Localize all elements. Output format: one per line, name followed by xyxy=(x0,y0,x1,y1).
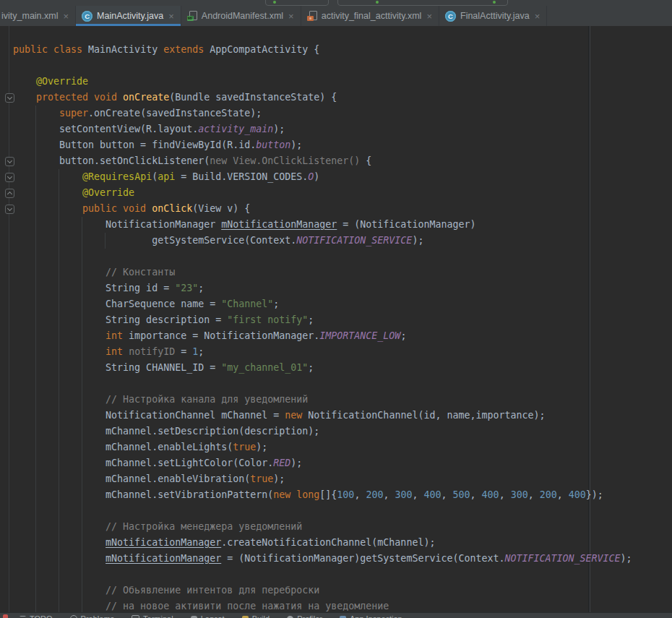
code-line[interactable]: mChannel.enableLights(true); xyxy=(0,439,672,455)
build-icon xyxy=(242,616,249,618)
code-line[interactable]: @RequiresApi(api = Build.VERSION_CODES.O… xyxy=(0,169,672,185)
code-line[interactable]: String description = "first notify"; xyxy=(0,312,672,328)
problems-icon xyxy=(70,615,77,618)
code-line[interactable]: // Настройка менеджера уведомлений xyxy=(0,519,672,535)
run-status-dot-icon xyxy=(376,1,379,4)
code-line[interactable]: public class MainActivity extends AppCom… xyxy=(0,42,672,58)
code-line[interactable]: super.onCreate(savedInstanceState); xyxy=(0,106,672,121)
tab-label: activity_final_acttivity.xml xyxy=(322,11,422,21)
tool-window-label: Profiler xyxy=(297,614,322,618)
code-line[interactable]: mNotificationManager.createNotificationC… xyxy=(0,535,672,551)
code-line[interactable]: mChannel.setDescription(description); xyxy=(0,424,672,439)
code-line[interactable]: // на новое активити после нажатия на ув… xyxy=(0,598,672,612)
code-line[interactable]: String id = "23"; xyxy=(0,280,672,296)
code-line[interactable]: mChannel.setVibrationPattern(new long[]{… xyxy=(0,487,672,503)
close-tab-icon[interactable]: × xyxy=(535,12,540,21)
code-line[interactable]: // Настройка канала для уведомлений xyxy=(0,392,672,408)
code-line[interactable] xyxy=(0,503,672,519)
tool-window-label: Build xyxy=(252,614,270,618)
tool-window-items: TODOProblemsTerminalLogcatBuildProfilerA… xyxy=(0,613,672,618)
tool-window-label: Logcat xyxy=(201,614,225,618)
android-manifest-icon: MF xyxy=(187,11,197,21)
code-line[interactable]: CharSequence name = "Channel"; xyxy=(0,296,672,312)
tool-window-label: App Inspection xyxy=(350,614,402,618)
code-line[interactable]: // Обьявление интентов для переброски xyxy=(0,583,672,598)
java-class-icon: C xyxy=(82,11,92,22)
code-area[interactable]: public class MainActivity extends AppCom… xyxy=(0,26,672,612)
code-line[interactable]: mChannel.enableVibration(true); xyxy=(0,471,672,487)
tab-label: FinalActtivity.java xyxy=(460,11,530,21)
java-class-icon: C xyxy=(445,11,456,22)
layout-xml-icon: ≡ xyxy=(307,11,317,21)
code-line[interactable]: getSystemService(Context.NOTIFICATION_SE… xyxy=(0,233,672,249)
logcat-icon xyxy=(191,616,197,618)
code-line[interactable] xyxy=(0,249,672,265)
close-tab-icon[interactable]: × xyxy=(426,12,432,21)
tab-label: AndroidManifest.xml xyxy=(202,11,283,21)
android-studio-window: ivity_main.xml×CMainActivity.java×MFAndr… xyxy=(0,0,672,618)
toolbar-widget[interactable] xyxy=(265,0,329,6)
code-line[interactable]: // Константы xyxy=(0,265,672,280)
code-line[interactable]: @Override xyxy=(0,74,672,90)
code-line[interactable]: protected void onCreate(Bundle savedInst… xyxy=(0,90,672,106)
editor-tab-bar: ivity_main.xml×CMainActivity.java×MFAndr… xyxy=(0,6,672,26)
code-line[interactable] xyxy=(0,567,672,583)
tab-label: ivity_main.xml xyxy=(1,11,59,21)
close-tab-icon[interactable]: × xyxy=(64,12,69,21)
profiler-icon xyxy=(287,616,293,618)
close-tab-icon[interactable]: × xyxy=(168,12,174,21)
fold-marker-icon[interactable] xyxy=(5,189,14,198)
tool-window-button-terminal[interactable]: Terminal xyxy=(132,614,173,618)
code-line[interactable]: button.setOnClickListener(new View.OnCli… xyxy=(0,153,672,169)
tool-window-label: Terminal xyxy=(143,614,173,618)
code-line[interactable]: mNotificationManager = (NotificationMana… xyxy=(0,551,672,567)
app-inspection-icon xyxy=(340,616,346,618)
tool-window-button-logcat[interactable]: Logcat xyxy=(191,614,225,618)
tool-window-bar: TODOProblemsTerminalLogcatBuildProfilerA… xyxy=(0,612,672,618)
code-line[interactable]: mChannel.setLightColor(Color.RED); xyxy=(0,455,672,471)
code-line[interactable]: String CHANNEL_ID = "my_channel_01"; xyxy=(0,360,672,376)
editor-tab-mainactivity-java[interactable]: CMainActivity.java× xyxy=(76,6,181,26)
code-line[interactable]: NotificationChannel mChannel = new Notif… xyxy=(0,408,672,424)
code-line[interactable]: @Override xyxy=(0,185,672,201)
terminal-icon xyxy=(132,615,139,618)
tool-window-button-profiler[interactable]: Profiler xyxy=(287,614,322,618)
code-line[interactable]: Button button = findViewById(R.id.button… xyxy=(0,137,672,153)
editor-tab-androidmanifest-xml[interactable]: MFAndroidManifest.xml× xyxy=(181,6,301,26)
close-tab-icon[interactable]: × xyxy=(288,12,294,21)
fold-marker-icon[interactable] xyxy=(5,93,14,103)
red-dot-icon xyxy=(3,614,8,618)
fold-marker-icon[interactable] xyxy=(5,173,14,182)
tab-label: MainActivity.java xyxy=(97,11,163,21)
code-line[interactable] xyxy=(0,376,672,392)
code-editor[interactable]: public class MainActivity extends AppCom… xyxy=(0,26,672,612)
todo-icon xyxy=(20,616,26,618)
run-status-dot-icon xyxy=(273,1,276,4)
tool-window-button-problems[interactable]: Problems xyxy=(70,614,114,618)
tool-window-button-app-inspection[interactable]: App Inspection xyxy=(340,614,402,618)
code-line[interactable]: int importance = NotificationManager.IMP… xyxy=(0,328,672,344)
code-line[interactable]: setContentView(R.layout.activity_main); xyxy=(0,121,672,137)
editor-tab-activity-final-acttivity-xml[interactable]: ≡activity_final_acttivity.xml× xyxy=(301,6,439,26)
editor-tab-ivity-main-xml[interactable]: ivity_main.xml× xyxy=(0,6,76,26)
tool-window-label: Problems xyxy=(81,614,114,618)
toolbar-widget[interactable] xyxy=(337,0,508,6)
run-status-dot-icon xyxy=(493,1,496,4)
code-line[interactable]: NotificationManager mNotificationManager… xyxy=(0,217,672,233)
code-line[interactable] xyxy=(0,26,672,42)
code-line[interactable]: int notifyID = 1; xyxy=(0,344,672,360)
tool-window-button-build[interactable]: Build xyxy=(242,614,270,618)
fold-marker-icon[interactable] xyxy=(5,205,14,214)
fold-marker-icon[interactable] xyxy=(5,157,14,166)
editor-tab-finalacttivity-java[interactable]: CFinalActtivity.java× xyxy=(439,6,547,26)
tool-window-label: TODO xyxy=(30,614,53,618)
code-line[interactable] xyxy=(0,58,672,74)
code-line[interactable]: public void onClick(View v) { xyxy=(0,201,672,217)
tool-window-button-todo[interactable]: TODO xyxy=(20,614,53,618)
